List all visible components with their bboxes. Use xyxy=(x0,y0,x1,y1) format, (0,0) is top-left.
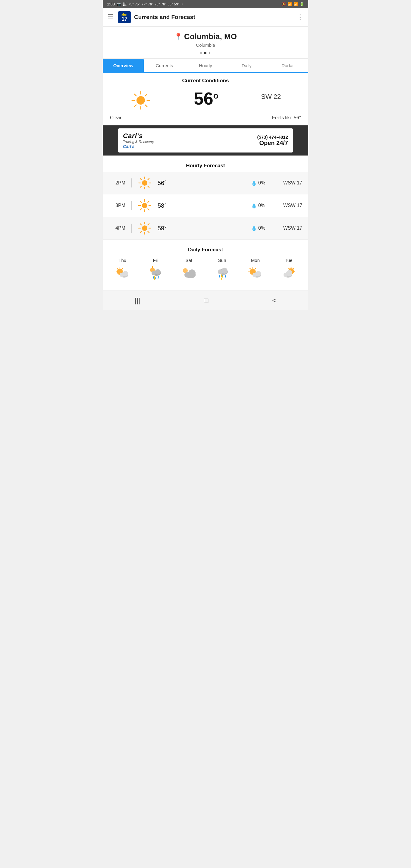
divider xyxy=(131,201,132,210)
menu-icon[interactable]: ☰ xyxy=(107,13,114,21)
svg-point-26 xyxy=(142,203,147,208)
svg-line-14 xyxy=(148,186,150,188)
main-content: Current Conditions 56o S xyxy=(103,73,308,290)
location-section: 📍 Columbia, MO Columbia + xyxy=(103,27,308,59)
battery-icon: 🔋 xyxy=(299,2,304,6)
current-sun-icon xyxy=(130,90,151,111)
feels-like-label: Feels like 56° xyxy=(272,115,301,121)
tab-overview[interactable]: Overview xyxy=(103,59,144,72)
svg-line-6 xyxy=(145,94,147,96)
divider xyxy=(131,224,132,233)
svg-line-24 xyxy=(148,201,150,203)
svg-line-49 xyxy=(153,277,154,279)
logo-badge: abc 17 xyxy=(118,11,131,23)
status-time: 1:03 xyxy=(107,2,115,6)
svg-line-4 xyxy=(134,94,136,96)
status-icon-camera: 📷 xyxy=(117,2,121,6)
ad-right: (573) 474-4812 Open 24/7 xyxy=(257,134,288,147)
status-bar: 1:03 📷 🖼 75° 75° 77° 76° 78° 76° 63° 59°… xyxy=(103,0,308,8)
current-conditions-section: Current Conditions 56o S xyxy=(103,73,308,125)
tab-currents[interactable]: Currents xyxy=(144,59,185,72)
hourly-precip-3pm: 💧0% xyxy=(251,203,272,209)
day-icon-fri xyxy=(147,265,164,281)
hourly-wind-3pm: WSW 17 xyxy=(275,203,302,208)
drop-icon-2pm: 💧 xyxy=(251,180,257,186)
current-conditions-row: 56o SW 22 xyxy=(103,87,308,113)
daily-days-row: Thu Fri xyxy=(103,256,308,284)
hour-label-3pm: 3PM xyxy=(109,203,125,208)
ad-logo-text: Carl's xyxy=(123,132,154,140)
dot-1 xyxy=(200,52,202,54)
wifi-icon: 📶 xyxy=(287,2,292,6)
condition-label: Clear xyxy=(110,115,121,121)
hour-label-4pm: 4PM xyxy=(109,225,125,231)
tabs-bar: Overview Currents Hourly Daily Radar xyxy=(103,59,308,73)
signal-icon: 📶 xyxy=(293,2,298,6)
svg-point-56 xyxy=(186,273,195,278)
current-temp: 56o xyxy=(194,90,218,107)
svg-point-8 xyxy=(136,96,145,104)
svg-line-23 xyxy=(148,209,150,210)
city-name: 📍 Columbia, MO xyxy=(107,32,304,41)
current-temp-area: 56o xyxy=(194,90,218,107)
svg-line-32 xyxy=(148,231,150,233)
svg-line-33 xyxy=(148,224,150,225)
nav-back-button[interactable]: < xyxy=(266,295,282,306)
page-dots: + xyxy=(107,51,304,56)
sub-city: Columbia xyxy=(107,42,304,48)
ad-banner[interactable]: Carl's Towing & Recovery Carl's (573) 47… xyxy=(103,125,308,156)
ad-inner: Carl's Towing & Recovery Carl's (573) 47… xyxy=(118,128,293,153)
day-icon-mon xyxy=(247,265,264,281)
day-icon-thu xyxy=(114,265,131,281)
current-wind: SW 22 xyxy=(261,90,281,101)
ad-blue-text: Carl's xyxy=(123,144,154,149)
add-location-button[interactable]: + xyxy=(208,51,211,56)
svg-line-51 xyxy=(158,277,158,279)
nav-home-button[interactable]: □ xyxy=(198,295,215,306)
status-icon-image: 🖼 xyxy=(123,2,127,6)
hourly-precip-4pm: 💧0% xyxy=(251,225,272,231)
dot-2 xyxy=(204,52,207,54)
svg-line-62 xyxy=(225,276,226,278)
svg-point-59 xyxy=(221,268,227,274)
logo-num: 17 xyxy=(121,16,127,22)
day-label-sat: Sat xyxy=(186,258,193,263)
mute-icon: 🔕 xyxy=(281,2,286,6)
ad-open: Open 24/7 xyxy=(257,140,288,147)
more-options-icon[interactable]: ⋮ xyxy=(297,13,304,21)
day-label-tue: Tue xyxy=(285,258,292,263)
svg-line-5 xyxy=(145,105,147,107)
ad-sub-text: Towing & Recovery xyxy=(123,140,154,144)
day-icon-tue xyxy=(280,265,297,281)
day-label-mon: Mon xyxy=(251,258,260,263)
tab-daily[interactable]: Daily xyxy=(226,59,267,72)
svg-line-25 xyxy=(140,209,141,210)
svg-point-35 xyxy=(142,225,147,231)
svg-line-22 xyxy=(140,201,141,203)
bottom-nav: ||| □ < xyxy=(103,290,308,310)
tab-hourly[interactable]: Hourly xyxy=(185,59,226,72)
day-card-thu: Thu xyxy=(110,258,134,281)
hourly-forecast-section: Hourly Forecast 2PM 56° 💧0% WSW 17 xyxy=(103,158,308,240)
nav-apps-button[interactable]: ||| xyxy=(129,295,147,306)
logo-area: abc 17 Currents and Forecast xyxy=(118,11,297,23)
day-icon-sat xyxy=(181,265,197,281)
current-details-row: Clear Feels like 56° xyxy=(103,113,308,125)
svg-line-50 xyxy=(156,277,156,279)
hourly-temp-3pm: 58° xyxy=(158,202,248,209)
hourly-sun-icon-2pm xyxy=(138,176,152,190)
city-text: Columbia, MO xyxy=(184,32,237,41)
daily-forecast-title: Daily Forecast xyxy=(103,242,308,256)
day-card-fri: Fri xyxy=(144,258,167,281)
day-label-sun: Sun xyxy=(218,258,226,263)
day-label-thu: Thu xyxy=(119,258,126,263)
svg-point-48 xyxy=(155,269,161,275)
tab-radar[interactable]: Radar xyxy=(267,59,308,72)
svg-line-40 xyxy=(122,269,123,270)
hourly-row-2pm: 2PM 56° 💧0% WSW 17 xyxy=(103,172,308,194)
svg-line-66 xyxy=(250,268,251,269)
current-conditions-title: Current Conditions xyxy=(103,73,308,87)
logo-abc: abc xyxy=(121,13,127,16)
svg-point-78 xyxy=(286,270,292,276)
hourly-row-4pm: 4PM 59° 💧0% WSW 17 xyxy=(103,217,308,240)
